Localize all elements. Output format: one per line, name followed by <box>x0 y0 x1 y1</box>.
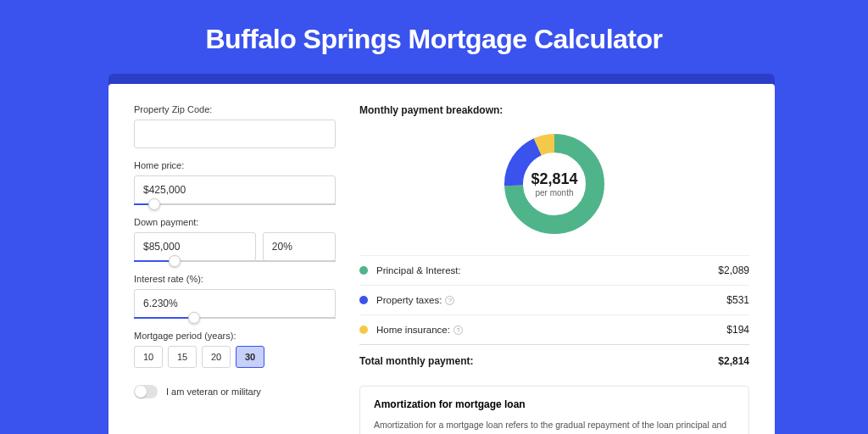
down-payment-input[interactable] <box>134 232 256 261</box>
value-principal: $2,089 <box>718 264 749 276</box>
down-payment-field: Down payment: <box>134 217 336 262</box>
home-price-slider[interactable] <box>134 203 336 205</box>
donut-center: $2,814 per month <box>502 131 607 236</box>
label-principal: Principal & Interest: <box>376 265 718 275</box>
period-label: Mortgage period (years): <box>134 331 336 341</box>
form-column: Property Zip Code: Home price: Down paym… <box>134 104 336 434</box>
label-taxes-text: Property taxes: <box>376 295 442 305</box>
veteran-row: I am veteran or military <box>134 385 336 398</box>
zip-input[interactable] <box>134 120 336 148</box>
donut-sub: per month <box>535 188 573 198</box>
down-payment-label: Down payment: <box>134 217 336 227</box>
info-icon[interactable]: ? <box>445 296 454 305</box>
interest-field: Interest rate (%): <box>134 274 336 319</box>
period-btn-20[interactable]: 20 <box>202 346 231 368</box>
panel-shadow: Property Zip Code: Home price: Down paym… <box>108 74 775 434</box>
slider-thumb[interactable] <box>169 255 181 267</box>
zip-field: Property Zip Code: <box>134 104 336 148</box>
amortization-title: Amortization for mortgage loan <box>374 398 735 410</box>
home-price-label: Home price: <box>134 160 336 170</box>
down-payment-pct-input[interactable] <box>263 232 336 261</box>
interest-slider[interactable] <box>134 317 336 319</box>
row-taxes: Property taxes: ? $531 <box>359 285 749 314</box>
slider-thumb[interactable] <box>148 198 160 210</box>
label-insurance: Home insurance: ? <box>376 325 726 335</box>
total-value: $2,814 <box>718 355 749 367</box>
period-field: Mortgage period (years): 10 15 20 30 <box>134 331 336 368</box>
slider-thumb[interactable] <box>188 312 200 324</box>
zip-label: Property Zip Code: <box>134 104 336 114</box>
dot-insurance <box>359 326 368 334</box>
label-insurance-text: Home insurance: <box>376 325 450 335</box>
payment-donut-chart: $2,814 per month <box>502 131 607 236</box>
toggle-knob <box>135 386 147 398</box>
info-icon[interactable]: ? <box>453 326 463 335</box>
home-price-field: Home price: <box>134 160 336 205</box>
donut-amount: $2,814 <box>531 170 577 188</box>
amortization-box: Amortization for mortgage loan Amortizat… <box>359 386 749 434</box>
donut-wrap: $2,814 per month <box>359 131 749 236</box>
label-taxes: Property taxes: ? <box>376 295 726 305</box>
breakdown-column: Monthly payment breakdown: $2,814 per mo… <box>359 104 749 434</box>
row-total: Total monthly payment: $2,814 <box>359 344 749 377</box>
interest-input[interactable] <box>134 289 336 318</box>
breakdown-title: Monthly payment breakdown: <box>359 104 749 116</box>
row-insurance: Home insurance: ? $194 <box>359 314 749 344</box>
interest-label: Interest rate (%): <box>134 274 336 284</box>
value-insurance: $194 <box>726 324 749 336</box>
period-btn-15[interactable]: 15 <box>168 346 197 368</box>
period-btn-30[interactable]: 30 <box>236 346 264 368</box>
period-btn-10[interactable]: 10 <box>134 346 163 368</box>
home-price-input[interactable] <box>134 175 336 204</box>
period-row: 10 15 20 30 <box>134 346 336 368</box>
value-taxes: $531 <box>726 294 749 306</box>
dot-principal <box>359 266 368 275</box>
down-payment-slider[interactable] <box>134 260 336 262</box>
dot-taxes <box>359 296 368 304</box>
amortization-text: Amortization for a mortgage loan refers … <box>374 419 735 434</box>
total-label: Total monthly payment: <box>359 355 718 367</box>
calculator-panel: Property Zip Code: Home price: Down paym… <box>108 84 775 434</box>
veteran-toggle[interactable] <box>134 385 158 398</box>
page-title: Buffalo Springs Mortgage Calculator <box>0 0 868 74</box>
veteran-label: I am veteran or military <box>166 387 261 397</box>
row-principal: Principal & Interest: $2,089 <box>359 255 749 285</box>
